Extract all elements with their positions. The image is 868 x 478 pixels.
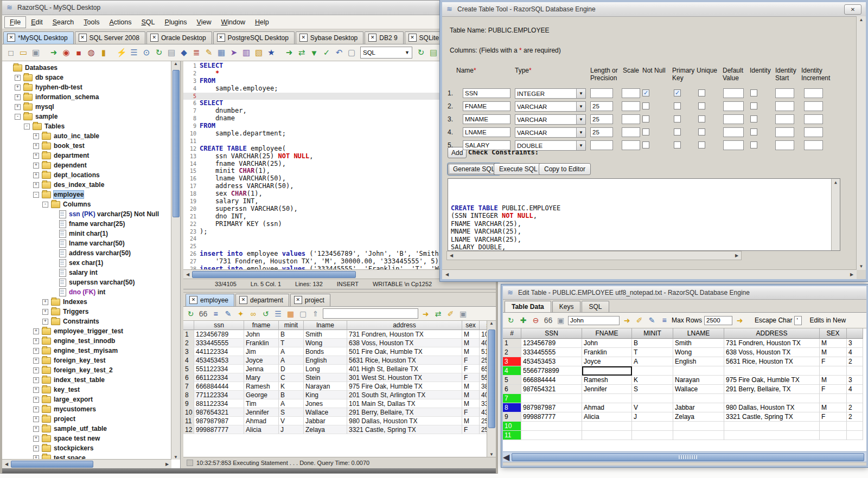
length-input[interactable]: [590, 88, 613, 98]
tree-item[interactable]: +dept_locations: [2, 170, 180, 180]
close-tab-icon[interactable]: ✕: [7, 34, 15, 42]
column-header[interactable]: lname: [304, 321, 347, 330]
cell[interactable]: [521, 422, 582, 431]
row-number[interactable]: 3: [183, 347, 194, 356]
sql-favorites-icon[interactable]: ⚡: [116, 47, 127, 58]
menu-plugins[interactable]: Plugins: [160, 17, 192, 28]
go-icon[interactable]: ➜: [420, 308, 431, 319]
import-tool-icon[interactable]: ➤: [228, 47, 239, 58]
scroll-up-icon[interactable]: ▲: [174, 61, 178, 66]
cell[interactable]: M: [462, 330, 480, 339]
go-icon[interactable]: ➜: [622, 315, 632, 326]
cell[interactable]: M: [462, 399, 480, 408]
tree-item[interactable]: -Columns: [2, 199, 180, 209]
cell[interactable]: F: [820, 357, 847, 366]
filter-icon[interactable]: ≡: [210, 308, 221, 319]
table-row[interactable]: 6987654321JenniferSWallace291 Berry, Bel…: [503, 385, 866, 394]
cell[interactable]: M: [462, 391, 480, 399]
expand-icon[interactable]: +: [33, 182, 39, 188]
cell[interactable]: 771122334: [194, 391, 244, 399]
cell[interactable]: Ahmad: [244, 417, 279, 425]
identity-increment-input[interactable]: [804, 140, 823, 150]
unique-checkbox[interactable]: [698, 89, 705, 96]
expand-icon[interactable]: +: [15, 104, 21, 110]
cell[interactable]: George: [244, 391, 279, 399]
table-row[interactable]: 11987987987AhmadVJabbar980 Dallas, Houst…: [183, 417, 496, 425]
expand-icon[interactable]: +: [42, 309, 48, 315]
expand-icon[interactable]: +: [15, 94, 21, 100]
edit-blue-icon[interactable]: ✎: [647, 315, 657, 326]
cell[interactable]: M: [820, 348, 847, 357]
cell[interactable]: 987987987: [194, 417, 244, 425]
cell[interactable]: Tim: [244, 399, 279, 408]
save-icon[interactable]: ▣: [30, 47, 41, 58]
auto-commit-icon[interactable]: ↻: [416, 47, 426, 58]
cell[interactable]: F: [462, 356, 480, 365]
identity-increment-input[interactable]: [804, 101, 823, 111]
cell[interactable]: 401 High St, Bellaire TX: [347, 365, 462, 373]
expand-icon[interactable]: +: [33, 397, 39, 403]
cell[interactable]: 301 West St. Houston TX: [347, 373, 462, 382]
cell[interactable]: 3: [847, 339, 863, 348]
escape-char-input[interactable]: ': [794, 316, 802, 325]
expand-icon[interactable]: +: [33, 358, 39, 364]
cell[interactable]: [521, 431, 582, 440]
cell[interactable]: Franklin: [244, 339, 279, 347]
column-header[interactable]: minit: [279, 321, 304, 330]
cell[interactable]: 975 Fire Oak, Humble TX: [347, 382, 462, 391]
cell[interactable]: Jennifer: [582, 385, 632, 394]
menu-window[interactable]: Window: [216, 17, 250, 28]
cell[interactable]: Narayan: [304, 382, 347, 391]
cell[interactable]: Jim: [244, 347, 279, 356]
edit-hscroll-thumb[interactable]: [512, 453, 864, 461]
cell[interactable]: 999887777: [194, 425, 244, 434]
save-grid-icon[interactable]: ▣: [458, 308, 468, 319]
scale-input[interactable]: [622, 101, 640, 111]
identity-increment-input[interactable]: [804, 88, 823, 98]
cell[interactable]: Wallace: [673, 385, 724, 394]
search-file-icon[interactable]: ⊙: [141, 47, 152, 58]
default-value-input[interactable]: [723, 140, 744, 150]
default-value-input[interactable]: [723, 101, 744, 111]
connection-tab[interactable]: ✕SQL Server 2008: [75, 31, 145, 44]
column-header[interactable]: SEX: [820, 328, 847, 339]
cell[interactable]: 123456789: [521, 339, 582, 348]
cell[interactable]: [673, 422, 724, 431]
row-number[interactable]: 4: [183, 356, 194, 365]
edit-gold-icon[interactable]: ✐: [634, 315, 644, 326]
table-row[interactable]: 9881122334TimAJones101 Main St, Dallas T…: [183, 399, 496, 408]
expand-icon[interactable]: +: [33, 455, 39, 460]
expand-icon[interactable]: +: [33, 387, 39, 393]
table-row[interactable]: 8771122334GeorgeBKing201 South St, Arlin…: [183, 391, 496, 399]
default-value-input[interactable]: [723, 88, 744, 98]
unique-checkbox[interactable]: [698, 141, 705, 148]
cell[interactable]: [582, 366, 632, 376]
cell[interactable]: 333445555: [521, 348, 582, 357]
cell[interactable]: B: [279, 391, 304, 399]
edit-table-titlebar[interactable]: ≋ Edit Table - PUBLIC.EMPLOYEE utf8_note…: [503, 286, 866, 300]
scroll-up-icon[interactable]: ▲: [834, 179, 837, 187]
table-row[interactable]: 4453453453JoyceAEnglish5631 Rice, Housto…: [183, 356, 496, 365]
not-null-checkbox[interactable]: [642, 128, 649, 135]
cell[interactable]: M: [462, 347, 480, 356]
cell[interactable]: [820, 431, 847, 440]
menu-search[interactable]: Search: [48, 17, 79, 28]
cell[interactable]: A: [632, 357, 673, 366]
favorites-star-icon[interactable]: ★: [266, 47, 277, 58]
cell[interactable]: F: [820, 412, 847, 422]
table-row[interactable]: 2333445555FranklinTWong638 Voss, Houston…: [183, 339, 496, 347]
execute-sql-icon[interactable]: ➜: [284, 47, 295, 58]
result-tab[interactable]: ✕employee: [186, 294, 234, 306]
save-icon[interactable]: ▣: [556, 315, 566, 326]
column-type-select[interactable]: VARCHAR▼: [515, 101, 586, 112]
tree-item[interactable]: salary int: [2, 268, 180, 277]
cell[interactable]: 2: [847, 412, 863, 422]
cell[interactable]: [724, 431, 820, 440]
expand-icon[interactable]: +: [33, 153, 39, 159]
tree-item[interactable]: +mysql: [2, 102, 180, 112]
scroll-down-icon[interactable]: ▼: [859, 264, 864, 269]
tree-vscrollbar[interactable]: ▲ ▼: [171, 61, 180, 460]
tree-item[interactable]: +Triggers: [2, 307, 180, 316]
cell[interactable]: 4: [847, 385, 863, 394]
result-tab[interactable]: ✕department: [235, 294, 289, 306]
